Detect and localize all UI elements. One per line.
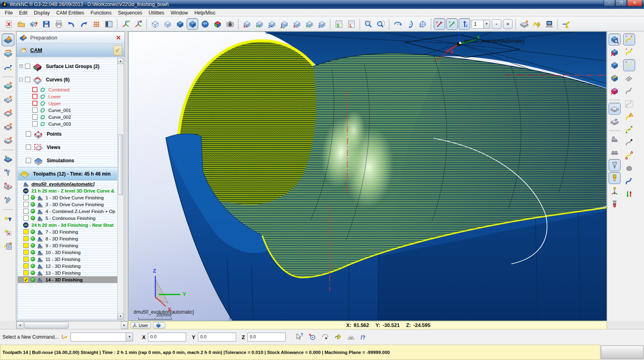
- new-view-button[interactable]: ✱: [2, 134, 15, 147]
- tree-item[interactable]: Lower: [18, 93, 117, 100]
- toolpath-display-faded-button[interactable]: [623, 59, 635, 71]
- menu-window[interactable]: Window: [168, 9, 191, 17]
- toolpath-hatch-button[interactable]: [623, 72, 635, 84]
- tree-item-checkbox[interactable]: [26, 145, 31, 150]
- toolpath-display-partial-button[interactable]: [623, 46, 635, 58]
- tree-item-checkbox[interactable]: [23, 263, 29, 269]
- show-entity-button[interactable]: [609, 59, 621, 71]
- grid-button[interactable]: [90, 18, 102, 30]
- tree-vertical-scrollbar[interactable]: ▲ ▼: [117, 58, 123, 319]
- chevron-down-icon[interactable]: ▼: [126, 333, 133, 341]
- tool-display-button[interactable]: [609, 172, 621, 184]
- viewport-3d[interactable]: Y X dmu50_evolution[automatic] Z Y X dmu…: [129, 32, 607, 321]
- view-solid-button[interactable]: [174, 18, 186, 30]
- tree-item-checkbox[interactable]: [26, 131, 31, 137]
- toolpath-gray-button[interactable]: [623, 85, 635, 97]
- tree-item[interactable]: 7 - 3D Finishing: [18, 228, 117, 235]
- close-button[interactable]: ✕: [627, 0, 642, 6]
- surface-select-button[interactable]: [609, 116, 621, 128]
- scroll-thumb[interactable]: [118, 134, 123, 195]
- rotate-horizontal-button[interactable]: [392, 18, 403, 30]
- zoom-dynamic-button[interactable]: [362, 18, 374, 30]
- tree-item[interactable]: 4 - Combined Z-Level Finish + Op: [18, 208, 117, 215]
- origin-axis-button[interactable]: XY: [120, 18, 131, 30]
- view-multicolor-button[interactable]: [212, 18, 223, 30]
- tree-item[interactable]: 12 - 3D Finishing: [18, 263, 117, 269]
- tree-item-checkbox[interactable]: [23, 202, 29, 207]
- tree-item-checkbox[interactable]: ✓: [23, 277, 29, 282]
- tree-item[interactable]: 21 h 25 min - Z level 3D Drive Curve &: [18, 187, 117, 194]
- view-x-plus-button[interactable]: X+: [241, 18, 253, 30]
- roughing-mode-button[interactable]: R: [2, 180, 15, 193]
- select-tool-button[interactable]: ?: [293, 331, 305, 343]
- view-dynamic-shade-button[interactable]: [199, 18, 211, 30]
- tree-item[interactable]: Curve_003: [18, 120, 117, 127]
- cam-check-icon[interactable]: ✔: [113, 45, 122, 56]
- curve-editor-button[interactable]: [2, 61, 15, 74]
- tree-item-checkbox[interactable]: [32, 114, 37, 120]
- fixture-display-button[interactable]: [609, 146, 621, 158]
- tree-item[interactable]: Curve_001: [18, 107, 117, 114]
- user-view-button[interactable]: User: [130, 322, 151, 329]
- tree-item-checkbox[interactable]: [25, 64, 30, 69]
- zoom-decrease-button[interactable]: -: [492, 19, 501, 29]
- tree-item[interactable]: 5 - Continuous Finishing: [18, 215, 117, 221]
- tree-horizontal-scrollbar[interactable]: ◄ ►: [16, 321, 128, 329]
- tree-expander-icon[interactable]: +: [19, 64, 23, 68]
- tree-item[interactable]: 11 - 3D Finishing: [18, 256, 117, 263]
- tree-item[interactable]: Views: [18, 141, 117, 154]
- hscroll-thumb[interactable]: [24, 322, 69, 329]
- tree-item[interactable]: 1 - 3D Drive Curve Finishing: [18, 194, 117, 201]
- panel-close-icon[interactable]: ✕: [115, 34, 122, 41]
- toolpath-zone-display-button[interactable]: [623, 98, 635, 110]
- menu-display[interactable]: Display: [31, 9, 53, 17]
- save-button[interactable]: [40, 18, 52, 30]
- z-coordinate-field[interactable]: 0.0: [247, 333, 286, 341]
- panel-splitter[interactable]: [125, 31, 128, 321]
- scroll-right-icon[interactable]: ►: [121, 321, 128, 329]
- toolpath-warning-button[interactable]: [623, 111, 635, 123]
- toolpath-links-button[interactable]: [623, 149, 635, 161]
- tree-item-checkbox[interactable]: [32, 121, 37, 126]
- surface-transform-button[interactable]: [2, 47, 15, 60]
- view-hidden-line-button[interactable]: [162, 18, 173, 30]
- toolpath-blue-button[interactable]: [623, 175, 635, 187]
- machine-axis-button[interactable]: M: [132, 18, 144, 30]
- surface-list-button[interactable]: S: [333, 18, 345, 30]
- tree-item-checkbox[interactable]: [23, 195, 29, 200]
- toolpath-display-full-button[interactable]: [623, 33, 635, 46]
- stock-creation-button[interactable]: ✱: [518, 18, 530, 30]
- scroll-down-icon[interactable]: ▼: [118, 313, 123, 319]
- toolpath-zone-button[interactable]: [2, 226, 15, 239]
- scroll-left-icon[interactable]: ◄: [17, 321, 23, 329]
- tool-mode-button[interactable]: H: [2, 166, 15, 179]
- postprocessor-button[interactable]: [560, 18, 572, 30]
- zoom-window-button[interactable]: [375, 18, 386, 30]
- menu-edit[interactable]: Edit: [16, 9, 31, 17]
- view-z-minus-button[interactable]: Z-: [316, 18, 328, 30]
- edit-geometry-button[interactable]: [332, 331, 344, 343]
- tree-item-checkbox[interactable]: [23, 215, 29, 221]
- tree-item-checkbox[interactable]: [32, 101, 37, 106]
- toolpath-direction-button[interactable]: [623, 137, 635, 149]
- menu-file[interactable]: File: [2, 9, 16, 17]
- tree-item[interactable]: Points: [18, 127, 117, 141]
- tree-item[interactable]: 10 - 3D Finishing: [18, 249, 117, 256]
- menu-help-misc[interactable]: Help/Misc: [191, 9, 219, 17]
- y-coordinate-field[interactable]: 0.0: [198, 333, 236, 341]
- command-combobox[interactable]: ▼: [71, 333, 133, 341]
- tree-item[interactable]: 3 - 3D Drive Curve Finishing: [18, 201, 117, 208]
- maximize-button[interactable]: ❐: [615, 0, 627, 6]
- preparation-mode-button[interactable]: [2, 33, 15, 46]
- zoom-increase-button[interactable]: +: [503, 19, 513, 29]
- tree-item[interactable]: 8 - 3D Finishing: [18, 235, 117, 242]
- cube-view-button[interactable]: [153, 322, 165, 329]
- print-button[interactable]: [53, 18, 64, 30]
- stock-display-button[interactable]: [623, 162, 635, 174]
- scale-display-button[interactable]: [103, 18, 114, 30]
- tree-item-checkbox[interactable]: [23, 250, 29, 255]
- surface-inspect-button[interactable]: [609, 33, 621, 46]
- chevron-down-icon[interactable]: ▼: [483, 20, 490, 28]
- tree-item-checkbox[interactable]: [32, 87, 37, 92]
- new-toolpath-button[interactable]: [2, 212, 15, 225]
